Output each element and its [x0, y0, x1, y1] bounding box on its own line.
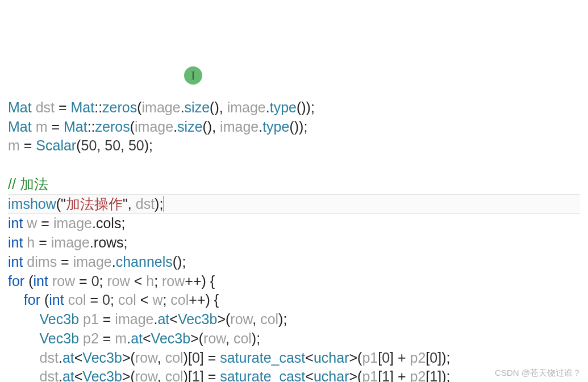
- code-line: [8, 157, 12, 173]
- code-line: Mat m = Mat::zeros(image.size(), image.t…: [8, 119, 307, 135]
- code-line: Mat dst = Mat::zeros(image.size(), image…: [8, 99, 315, 115]
- code-line: int h = image.rows;: [8, 234, 128, 250]
- text-caret: [164, 196, 164, 212]
- cursor-indicator-icon: I: [184, 66, 202, 85]
- watermark-text: CSDN @苍天饶过谁？: [495, 367, 581, 379]
- code-line: for (int row = 0; row < h; row++) {: [8, 273, 215, 289]
- code-editor[interactable]: Mat dst = Mat::zeros(image.size(), image…: [8, 79, 580, 382]
- code-line: Vec3b p2 = m.at<Vec3b>(row, col);: [8, 330, 260, 346]
- code-line: m = Scalar(50, 50, 50);: [8, 137, 153, 153]
- code-line: // 加法: [8, 176, 48, 192]
- code-line: Vec3b p1 = image.at<Vec3b>(row, col);: [8, 311, 287, 327]
- code-line: for (int col = 0; col < w; col++) {: [8, 292, 219, 308]
- code-line: int dims = image.channels();: [8, 254, 186, 270]
- code-line: dst.at<Vec3b>(row, col)[0] = saturate_ca…: [8, 350, 450, 366]
- code-line-current: imshow("加法操作", dst);: [8, 194, 580, 215]
- code-line: dst.at<Vec3b>(row, col)[1] = saturate_ca…: [8, 368, 450, 382]
- code-line: int w = image.cols;: [8, 215, 125, 231]
